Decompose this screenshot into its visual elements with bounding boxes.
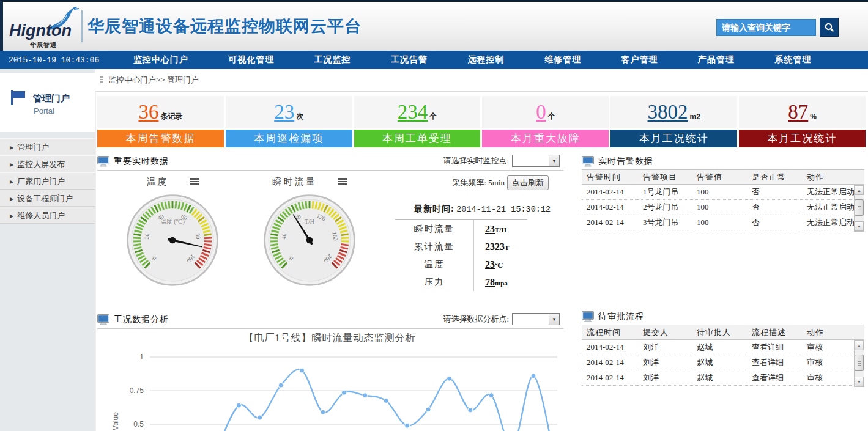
monitor-point-select[interactable]: ▼ — [512, 155, 560, 167]
view-detail-link[interactable]: 查看详细 — [747, 370, 802, 386]
view-detail-link[interactable]: 查看详细 — [747, 340, 802, 355]
nav-item-product[interactable]: 产品管理 — [698, 54, 735, 65]
svg-text:160: 160 — [331, 231, 339, 241]
sidebar-item-big-screen[interactable]: ▶监控大屏发布 — [0, 155, 95, 172]
refresh-button[interactable]: 点击刷新 — [507, 175, 549, 190]
svg-text:20: 20 — [143, 233, 150, 240]
stat-value-link[interactable]: 3802 — [648, 102, 688, 122]
portal-title: 管理门户 — [33, 93, 70, 105]
stats-row: 36条记录 本周告警数据 23次 本周巡检漏项 234个 本周工单受理 0个 本… — [97, 96, 866, 147]
table-row: 2014-02-143号龙门吊 100否 无法正常启动 — [582, 215, 864, 230]
stat-label-button[interactable]: 本月重大故障 — [482, 130, 609, 147]
metric-row-flow: 瞬时流量 23T/H — [395, 220, 556, 238]
analysis-point-select[interactable]: ▼ — [512, 313, 560, 325]
nav-item-remote-control[interactable]: 远程控制 — [467, 54, 504, 65]
latest-time-value: 2014-11-21 15:30:12 — [456, 205, 551, 214]
stat-value-link[interactable]: 234 — [398, 102, 428, 122]
stat-unit: 个 — [548, 111, 555, 122]
analysis-section-header: 工况数据分析 请选择数据分析点: ▼ — [97, 311, 563, 328]
stat-label-button[interactable]: 本月工况统计 — [739, 130, 866, 147]
search-input[interactable] — [716, 19, 816, 36]
monitor-point-select-label: 请选择实时监控点: — [443, 155, 509, 166]
stat-label-button[interactable]: 本月工况统计 — [610, 130, 737, 147]
monitor-icon — [582, 156, 594, 167]
stat-unit: 个 — [429, 111, 437, 122]
nav-item-monitor-center[interactable]: 监控中心门户 — [133, 54, 188, 65]
approval-section-header: 待审批流程 — [582, 308, 864, 325]
chart-menu-icon[interactable] — [190, 177, 199, 186]
portal-box: 管理门户 Portal — [0, 73, 95, 132]
view-detail-link[interactable]: 查看详细 — [747, 355, 802, 370]
magnifier-icon — [824, 22, 835, 33]
stat-card-weekly-alarms: 36条记录 本周告警数据 — [97, 96, 224, 147]
sidebar-item-repairer-portal[interactable]: ▶维修人员门户 — [0, 207, 95, 224]
scrollbar-track[interactable] — [855, 350, 864, 377]
stat-unit: m2 — [690, 112, 700, 121]
stat-value-link[interactable]: 0 — [536, 102, 546, 122]
svg-text:1: 1 — [139, 353, 144, 361]
line-chart-box: 【电厂1号线】瞬时流量动态监测分析10.750.5Value — [97, 330, 563, 431]
sidebar-item-admin-portal[interactable]: ▶管理门户 — [0, 138, 95, 155]
analysis-point-select-label: 请选择数据分析点: — [443, 314, 509, 325]
breadcrumb-icon — [100, 76, 103, 84]
arrow-right-icon: ▶ — [10, 162, 13, 168]
column-header: 待审批人 — [692, 325, 747, 340]
nav-items: 监控中心门户 可视化管理 工况监控 工况告警 远程控制 维修管理 客户管理 产品… — [113, 54, 868, 65]
alarm-section-header: 实时告警数据 — [582, 153, 864, 169]
chart-menu-icon[interactable] — [338, 177, 347, 186]
scroll-up-button[interactable]: ▲ — [855, 341, 864, 350]
column-header: 是否正常 — [747, 170, 802, 185]
approval-table: 流程时间 提交人 待审批人 流程描述 动作 2014-02-14刘洋 赵城 查看… — [582, 325, 864, 386]
sidebar-item-engineer-portal[interactable]: ▶设备工程师门户 — [0, 190, 95, 207]
alarm-table-wrap: 告警时间 告警项目 告警值 是否正常 动作 2014-02-141号龙门吊 10… — [582, 169, 864, 230]
temperature-gauge: 020406080100温度 (℃) — [126, 194, 219, 287]
svg-text:【电厂1号线】瞬时流量动态监测分析: 【电厂1号线】瞬时流量动态监测分析 — [244, 333, 416, 343]
sidebar-item-vendor-portal[interactable]: ▶厂家用户门户 — [0, 172, 95, 190]
metric-row-temperature: 温度 23℃ — [395, 256, 556, 273]
scrollbar-thumb[interactable] — [855, 355, 864, 371]
flow-line-chart: 【电厂1号线】瞬时流量动态监测分析10.750.5Value — [97, 330, 563, 431]
stat-value-link[interactable]: 87 — [788, 102, 808, 122]
scrollbar-track[interactable] — [855, 195, 864, 221]
stat-label-button[interactable]: 本周工单受理 — [354, 130, 481, 147]
stat-card-monthly-failures: 0个 本月重大故障 — [482, 96, 609, 147]
svg-text:温度 (℃): 温度 (℃) — [160, 218, 185, 226]
stat-label-button[interactable]: 本周巡检漏项 — [226, 130, 352, 147]
arrow-right-icon: ▶ — [10, 145, 13, 150]
svg-text:Value: Value — [111, 412, 120, 430]
scroll-down-button[interactable]: ▼ — [855, 377, 864, 386]
metric-row-pressure: 压力 78mpa — [395, 273, 556, 291]
column-header: 告警时间 — [582, 170, 638, 185]
realtime-section-header: 重要实时数据 请选择实时监控点: ▼ — [97, 153, 563, 169]
stat-value-link[interactable]: 36 — [138, 102, 158, 122]
nav-item-visualization[interactable]: 可视化管理 — [228, 54, 274, 65]
left-column: 重要实时数据 请选择实时监控点: ▼ 温度 — [97, 153, 563, 431]
nav-item-system[interactable]: 系统管理 — [774, 54, 811, 65]
stat-card-monthly-condition-pct: 87% 本月工况统计 — [739, 96, 866, 147]
realtime-values-panel: 采集频率: 5min 点击刷新 最新时间: 2014-11-21 15:30:1… — [392, 175, 556, 291]
nav-item-maintenance[interactable]: 维修管理 — [544, 54, 581, 65]
table-row: 2014-02-14刘洋 赵城 查看详细 审核 — [582, 340, 864, 355]
gauges-area: 温度 020406080100温度 (℃) 瞬时流量 0408012016020… — [97, 171, 563, 311]
scroll-down-button[interactable]: ▼ — [855, 221, 864, 231]
scrollbar-thumb[interactable] — [855, 199, 864, 216]
nav-item-customer[interactable]: 客户管理 — [621, 54, 658, 65]
search-button[interactable] — [820, 18, 839, 37]
stat-card-monthly-condition-area: 3802m2 本月工况统计 — [610, 96, 737, 147]
table-scrollbar: ▲ ▼ — [854, 185, 864, 232]
stat-label-button[interactable]: 本周告警数据 — [97, 130, 224, 147]
spacer — [582, 230, 864, 308]
gauge-title: 温度 — [147, 176, 169, 188]
dropdown-arrow-icon: ▼ — [549, 155, 559, 166]
nav-item-condition-alarm[interactable]: 工况告警 — [391, 54, 428, 65]
nav-item-condition-monitor[interactable]: 工况监控 — [314, 54, 351, 65]
stat-value-link[interactable]: 23 — [274, 102, 294, 122]
company-logo: Hignton 华辰智通 — [7, 7, 81, 47]
monitor-icon — [97, 156, 109, 167]
svg-text:0.75: 0.75 — [130, 386, 144, 395]
scroll-up-button[interactable]: ▲ — [855, 185, 864, 195]
flag-icon — [9, 88, 27, 106]
breadcrumb: 监控中心门户>> 管理门户 — [95, 69, 868, 91]
logo-separator — [81, 10, 83, 42]
stat-unit: 条记录 — [160, 111, 182, 122]
